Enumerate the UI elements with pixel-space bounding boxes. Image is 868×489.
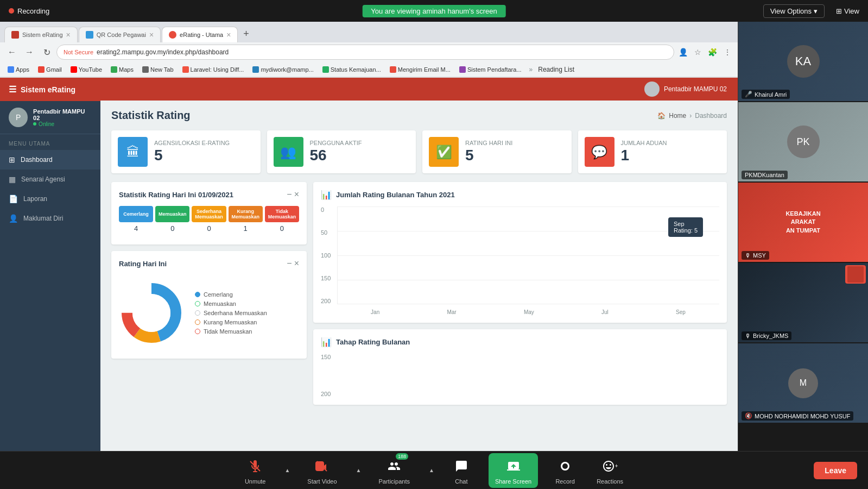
star-icon[interactable]: ☆ xyxy=(692,46,704,59)
tab-label-3: eRating - Utama xyxy=(180,32,223,38)
maps-favicon xyxy=(111,66,117,73)
sidebar-item-maklumat[interactable]: 👤 Maklumat Diri xyxy=(0,209,100,228)
legend-sederhana: Sederhana Memuaskan xyxy=(195,310,267,316)
participants-arrow-icon[interactable]: ▲ xyxy=(429,467,434,473)
chat-button[interactable]: Chat xyxy=(447,454,476,487)
address-bar[interactable]: Not Secure erating2.mampu.gov.my/index.p… xyxy=(56,45,674,60)
mic-icon-khairul: 🎤 xyxy=(745,91,752,98)
chart-bars-area xyxy=(337,206,719,304)
participants-icon: 188 xyxy=(384,456,404,476)
rating-card-header: Rating Hari Ini − × xyxy=(119,259,299,268)
tab-close-2[interactable]: × xyxy=(149,30,154,39)
bookmark-maps[interactable]: Maps xyxy=(107,65,137,74)
participant-video-mohd: M 🔇 MOHD NORHAMIDI MOHD YUSUF xyxy=(738,343,868,424)
new-tab-button[interactable]: + xyxy=(239,28,254,40)
chat-label: Chat xyxy=(455,478,467,485)
sidebar-item-laporan[interactable]: 📄 Laporan xyxy=(0,189,100,209)
video-off-icon xyxy=(312,456,332,476)
chart-y-labels: 200 150 100 50 0 xyxy=(321,206,334,304)
participants-button[interactable]: 188 Participants xyxy=(375,454,414,487)
participants-label: Participants xyxy=(379,478,410,485)
bookmark-gmail[interactable]: Gmail xyxy=(35,65,65,74)
top-bar: Recording You are viewing aminah hanum's… xyxy=(0,0,868,22)
participant-video-pkmd: PK PKMDKuantan xyxy=(738,102,868,183)
stat-icon-rating: ✅ xyxy=(429,137,459,167)
gmail-favicon xyxy=(38,66,45,73)
sederhana-block: Sederhana Memuaskan xyxy=(192,206,226,222)
tab-favicon-3 xyxy=(169,31,176,39)
bookmark-mydiwork[interactable]: mydiwork@mamp... xyxy=(249,65,316,74)
tab-erating-utama[interactable]: eRating - Utama × xyxy=(162,27,238,42)
stat-info-rating: RATING HARI INI 5 xyxy=(465,140,512,165)
bookmark-pendaftaran[interactable]: Sistem Pendaftara... xyxy=(456,65,525,74)
reactions-label: Reactions xyxy=(597,478,623,485)
close-button[interactable]: × xyxy=(294,190,299,199)
leave-button[interactable]: Leave xyxy=(814,462,857,479)
bookmark-apps[interactable]: Apps xyxy=(4,65,33,74)
start-video-label: Start Video xyxy=(307,478,337,485)
video-arrow-icon[interactable]: ▲ xyxy=(356,467,362,473)
share-screen-button[interactable]: Share Screen xyxy=(489,453,538,488)
tab-qr-code[interactable]: QR Code Pegawai × xyxy=(79,27,161,42)
unmute-arrow-icon[interactable]: ▲ xyxy=(284,467,290,473)
mydiwork-favicon xyxy=(252,66,259,73)
rating-card-title: Rating Hari Ini xyxy=(119,260,167,268)
chart-x-labels: Jan Mar May Jul Sep xyxy=(337,309,719,315)
chat-icon xyxy=(452,456,471,476)
forward-button[interactable]: → xyxy=(22,45,37,60)
tab-sistem-erating[interactable]: Sistem eRating × xyxy=(4,27,78,42)
reading-list-label[interactable]: Reading List xyxy=(538,66,574,73)
bookmark-email[interactable]: Mengirim Email M... xyxy=(387,65,454,74)
legend-dot-kurang xyxy=(195,319,200,325)
hamburger-icon[interactable]: ☰ xyxy=(9,84,16,95)
extension-icon[interactable]: 🧩 xyxy=(706,46,719,59)
rating-minimize-btn[interactable]: − xyxy=(287,259,292,268)
tab-close-1[interactable]: × xyxy=(66,30,71,39)
nav-bar: ← → ↻ Not Secure erating2.mampu.gov.my/i… xyxy=(0,42,738,62)
sidebar-item-senarai-agensi[interactable]: ▦ Senarai Agensi xyxy=(0,170,100,189)
menu-section-label: MENU UTAMA xyxy=(0,134,100,150)
tab-close-3[interactable]: × xyxy=(226,30,231,39)
tahap-chart-area: 200 150 xyxy=(321,354,719,397)
rating-bar-kurang: Kurang Memuaskan 1 xyxy=(229,206,263,233)
settings-icon[interactable]: ⋮ xyxy=(721,46,733,59)
refresh-button[interactable]: ↻ xyxy=(39,45,54,60)
rating-bar-cemerlang: Cemerlang 4 xyxy=(119,206,153,233)
chevron-down-icon: ▾ xyxy=(814,7,818,15)
unmute-button[interactable]: Unmute xyxy=(240,454,270,487)
back-button[interactable]: ← xyxy=(4,45,20,60)
bookmark-status[interactable]: Status Kemajuan... xyxy=(319,65,384,74)
sidebar-item-dashboard[interactable]: ⊞ Dashboard xyxy=(0,150,100,170)
avatar: P xyxy=(9,108,28,127)
stat-icon-aduan: 💬 xyxy=(585,137,614,167)
profile-icon[interactable]: 👤 xyxy=(676,46,690,59)
start-video-button[interactable]: Start Video xyxy=(303,454,341,487)
laporan-icon: 📄 xyxy=(9,195,18,203)
legend-tidak: Tidak Memuaskan xyxy=(195,328,267,335)
view-options-button[interactable]: View Options ▾ xyxy=(763,4,825,18)
legend-memuaskan: Memuaskan xyxy=(195,300,267,307)
statistik-card-title: Statistik Rating Hari Ini 01/09/2021 xyxy=(119,191,233,199)
bookmark-laravel[interactable]: Laravel: Using Diff... xyxy=(179,65,248,74)
page-title: Statistik Rating xyxy=(111,109,191,122)
statistik-card-header: Statistik Rating Hari Ini 01/09/2021 − × xyxy=(119,190,299,199)
bookmark-youtube[interactable]: YouTube xyxy=(67,65,105,74)
tooltip-label: Rating: 5 xyxy=(674,227,698,234)
minimize-button[interactable]: − xyxy=(287,190,292,199)
legend-dot-memuaskan xyxy=(195,301,200,306)
tabs-bar: Sistem eRating × QR Code Pegawai × eRati… xyxy=(0,22,738,42)
breadcrumb: 🏠 Home › Dashboard xyxy=(657,112,727,120)
tab-label-1: Sistem eRating xyxy=(22,32,63,38)
reactions-button[interactable]: + Reactions xyxy=(592,454,628,487)
maklumat-icon: 👤 xyxy=(9,214,18,223)
bottom-toolbar: Unmute ▲ Start Video ▲ 188 Participants … xyxy=(0,451,868,489)
record-button[interactable]: Record xyxy=(551,454,579,487)
newtab-favicon xyxy=(142,66,149,73)
svg-point-3 xyxy=(132,294,170,332)
bookmark-newtab[interactable]: New Tab xyxy=(139,65,177,74)
rating-close-btn[interactable]: × xyxy=(294,259,299,268)
stat-icon-pengguna: 👥 xyxy=(274,137,303,167)
card-actions: − × xyxy=(287,190,299,199)
erating-container: ☰ Sistem eRating P Pentadbir MAMPU 02 On… xyxy=(0,78,738,451)
memuaskan-block: Memuaskan xyxy=(155,206,189,222)
